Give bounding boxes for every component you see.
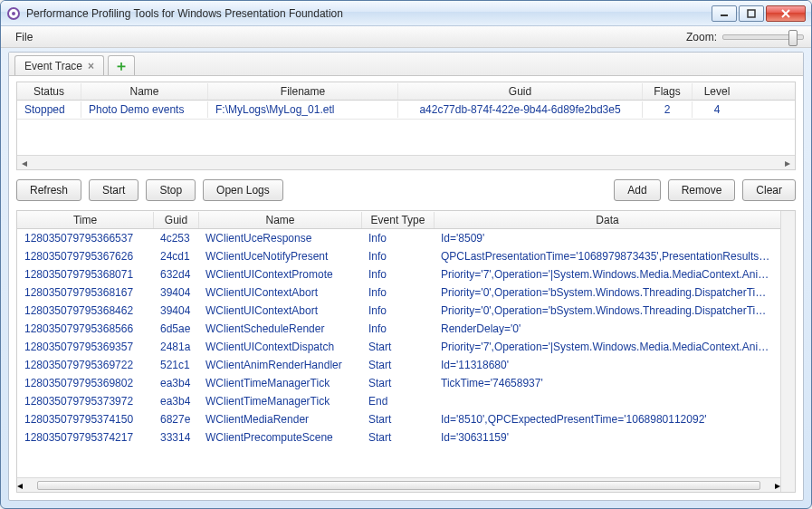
- tab-event-trace[interactable]: Event Trace ×: [14, 55, 104, 75]
- add-button[interactable]: Add: [614, 179, 660, 201]
- eh-time[interactable]: Time: [17, 212, 153, 228]
- cell-guid: 632d4: [153, 267, 198, 282]
- th-status[interactable]: Status: [17, 83, 81, 100]
- content-area: Status Name Filename Guid Flags Level St…: [9, 76, 803, 500]
- cell-guid: 6827e: [153, 412, 198, 427]
- stop-button[interactable]: Stop: [146, 179, 196, 201]
- menu-file[interactable]: File: [8, 28, 40, 46]
- scroll-left-icon[interactable]: ◂: [17, 157, 32, 169]
- button-row: Refresh Start Stop Open Logs Add Remove …: [16, 179, 796, 201]
- scroll-right-icon[interactable]: ▸: [780, 157, 795, 169]
- cell-name: WClientAnimRenderHandler: [198, 358, 361, 372]
- zoom-thumb[interactable]: [788, 30, 798, 46]
- cell-guid: 521c1: [153, 358, 198, 372]
- cell-time: 128035079795368071: [17, 267, 153, 282]
- cell-name: WClientUceNotifyPresent: [198, 249, 361, 264]
- cell-name: WClientUceResponse: [198, 231, 361, 245]
- eh-guid[interactable]: Guid: [153, 212, 198, 228]
- cell-name: WClientUIContextAbort: [198, 285, 361, 300]
- tabstrip: Event Trace × ＋: [9, 53, 803, 76]
- titlebar[interactable]: Performance Profiling Tools for Windows …: [1, 1, 811, 26]
- open-logs-button[interactable]: Open Logs: [203, 179, 283, 201]
- event-row[interactable]: 1280350797953693572481aWClientUIContextD…: [17, 338, 780, 356]
- trace-row[interactable]: Stopped Photo Demo events F:\MyLogs\MyLo…: [17, 101, 795, 119]
- events-body[interactable]: 1280350797953665374c253WClientUceRespons…: [17, 229, 780, 477]
- cell-guid: 2481a: [153, 340, 198, 354]
- event-row[interactable]: 12803507979537421733314WClientPrecompute…: [17, 428, 780, 447]
- trace-header-row: Status Name Filename Guid Flags Level: [17, 82, 795, 101]
- cell-data: Priority='0',Operation='bSystem.Windows.…: [434, 303, 780, 318]
- event-row[interactable]: 128035079795369802ea3b4WClientTimeManage…: [17, 374, 780, 392]
- event-row[interactable]: 1280350797953741506827eWClientMediaRende…: [17, 410, 780, 428]
- cell-time: 128035079795366537: [17, 231, 153, 245]
- cell-data: RenderDelay='0': [434, 322, 780, 336]
- th-filename[interactable]: Filename: [207, 83, 397, 100]
- eh-name[interactable]: Name: [198, 212, 361, 228]
- window-buttons: [710, 5, 806, 22]
- window-title: Performance Profiling Tools for Windows …: [26, 7, 710, 20]
- cell-guid: ea3b4: [153, 394, 198, 408]
- eh-type[interactable]: Event Type: [361, 212, 434, 228]
- cell-data: Id='8510',QPCExpectedPresentTime='106898…: [434, 412, 780, 427]
- cell-time: 128035079795368566: [17, 322, 153, 336]
- eh-data[interactable]: Data: [434, 212, 780, 228]
- events-hscroll[interactable]: ◂ ▸: [17, 477, 780, 492]
- cell-type: Start: [361, 412, 434, 427]
- remove-button[interactable]: Remove: [668, 179, 736, 201]
- td-filename: F:\MyLogs\MyLog_01.etl: [207, 101, 397, 118]
- event-row[interactable]: 128035079795368071632d4WClientUIContextP…: [17, 265, 780, 283]
- td-level: 4: [692, 101, 741, 118]
- close-button[interactable]: [766, 5, 806, 22]
- events-vscroll[interactable]: [780, 211, 795, 492]
- tab-label: Event Trace: [24, 60, 82, 72]
- cell-type: Start: [361, 358, 434, 372]
- event-row[interactable]: 1280350797953685666d5aeWClientScheduleRe…: [17, 320, 780, 338]
- cell-time: 128035079795368462: [17, 303, 153, 318]
- cell-time: 128035079795369802: [17, 376, 153, 390]
- clear-button[interactable]: Clear: [742, 179, 796, 201]
- th-guid[interactable]: Guid: [397, 83, 642, 100]
- cell-time: 128035079795369722: [17, 358, 153, 372]
- event-row[interactable]: 1280350797953665374c253WClientUceRespons…: [17, 229, 780, 247]
- th-level[interactable]: Level: [692, 83, 741, 100]
- start-button[interactable]: Start: [89, 179, 139, 201]
- cell-data: QPCLastPresentationTime='1068979873435',…: [434, 249, 780, 264]
- cell-name: WClientTimeManagerTick: [198, 376, 361, 390]
- td-guid: a42c77db-874f-422e-9b44-6d89fe2bd3e5: [397, 101, 642, 118]
- cell-type: Info: [361, 231, 434, 245]
- tab-add[interactable]: ＋: [108, 55, 135, 75]
- app-window: Performance Profiling Tools for Windows …: [0, 0, 812, 509]
- scroll-left-icon[interactable]: ◂: [17, 479, 23, 492]
- zoom-slider[interactable]: [722, 34, 804, 40]
- events-header-row: Time Guid Name Event Type Data: [17, 211, 780, 229]
- cell-data: [434, 400, 780, 402]
- refresh-button[interactable]: Refresh: [16, 179, 81, 201]
- trace-empty-area: [17, 119, 795, 155]
- event-row[interactable]: 12803507979536762624cd1WClientUceNotifyP…: [17, 247, 780, 265]
- cell-guid: 6d5ae: [153, 322, 198, 336]
- cell-time: 128035079795367626: [17, 249, 153, 264]
- maximize-button[interactable]: [739, 5, 764, 22]
- cell-data: Id='11318680': [434, 358, 780, 372]
- plus-icon: ＋: [114, 60, 129, 72]
- event-row[interactable]: 128035079795373972ea3b4WClientTimeManage…: [17, 392, 780, 410]
- cell-type: Start: [361, 430, 434, 445]
- event-row[interactable]: 12803507979536816739404WClientUIContextA…: [17, 283, 780, 302]
- td-flags: 2: [642, 101, 692, 118]
- trace-hscroll[interactable]: ◂ ▸: [17, 155, 795, 169]
- cell-data: TickTime='74658937': [434, 376, 780, 390]
- th-flags[interactable]: Flags: [642, 83, 692, 100]
- inner-panel: Event Trace × ＋ Status Name Filename Gui…: [8, 52, 804, 501]
- tab-close-icon[interactable]: ×: [88, 60, 94, 72]
- event-row[interactable]: 12803507979536846239404WClientUIContextA…: [17, 302, 780, 320]
- cell-name: WClientScheduleRender: [198, 322, 361, 336]
- cell-guid: 24cd1: [153, 249, 198, 264]
- th-name[interactable]: Name: [81, 83, 207, 100]
- cell-time: 128035079795374217: [17, 430, 153, 445]
- cell-data: Id='30631159': [434, 430, 780, 445]
- cell-time: 128035079795369357: [17, 340, 153, 354]
- hscroll-thumb[interactable]: [37, 481, 760, 490]
- svg-point-1: [12, 12, 15, 15]
- event-row[interactable]: 128035079795369722521c1WClientAnimRender…: [17, 356, 780, 374]
- minimize-button[interactable]: [712, 5, 737, 22]
